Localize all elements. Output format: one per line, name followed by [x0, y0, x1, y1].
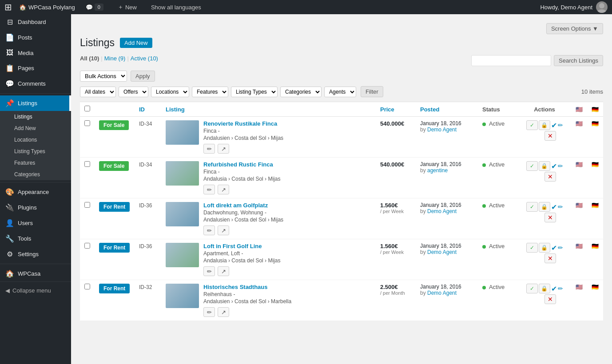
listing-thumbnail — [166, 202, 199, 226]
comments-link[interactable]: 💬 0 — [82, 0, 107, 14]
sidebar-item-listings[interactable]: 📌 Listings — [0, 95, 71, 111]
locations-select[interactable]: Locations — [151, 87, 189, 97]
filter-button[interactable]: Filter — [361, 86, 383, 97]
sidebar-item-comments[interactable]: 💬 Comments — [0, 76, 71, 91]
check-all-checkbox[interactable] — [84, 106, 90, 111]
agents-select[interactable]: Agents — [324, 87, 356, 97]
sidebar-item-users[interactable]: 👤 Users — [0, 215, 71, 231]
edit-icon[interactable]: ✏ — [558, 203, 563, 210]
edit-listing-button[interactable]: ✏ — [203, 266, 215, 276]
row-checkbox[interactable] — [84, 243, 90, 249]
tab-all[interactable]: All (10) — [80, 55, 99, 62]
status-cell: Active — [478, 239, 518, 280]
remove-button[interactable]: ✕ — [544, 131, 556, 141]
submenu-add-new[interactable]: Add New — [0, 123, 71, 134]
lock-button[interactable]: 🔒 — [539, 202, 550, 212]
agent-link[interactable]: Demo Agent — [427, 127, 457, 133]
add-new-button[interactable]: Add New — [120, 38, 152, 48]
flag-en-cell: 🇺🇸 — [571, 239, 587, 280]
approve-button[interactable]: ✓ — [526, 243, 538, 253]
sidebar-item-pages[interactable]: 📋 Pages — [0, 60, 71, 76]
approve-button[interactable]: ✓ — [526, 202, 538, 212]
search-input[interactable] — [471, 55, 551, 66]
submenu-categories[interactable]: Categories — [0, 169, 71, 180]
approve-button[interactable]: ✓ — [526, 120, 538, 130]
listing-details: Historisches Stadthaus Reihenhaus - Anda… — [203, 284, 291, 317]
sidebar-item-dashboard[interactable]: ⊟ Dashboard — [0, 14, 71, 30]
flag-en-cell: 🇺🇸 — [571, 117, 587, 158]
bulk-actions-row: Bulk Actions Apply — [80, 71, 603, 82]
sidebar-item-tools[interactable]: 🔧 Tools — [0, 231, 71, 246]
listing-title[interactable]: Historisches Stadthaus — [203, 284, 291, 290]
tab-mine[interactable]: Mine (9) — [104, 55, 126, 62]
edit-icon[interactable]: ✏ — [558, 244, 563, 251]
agent-link[interactable]: agentine — [427, 167, 448, 174]
all-dates-select[interactable]: All dates — [80, 87, 116, 97]
row-checkbox[interactable] — [84, 202, 90, 208]
edit-listing-button[interactable]: ✏ — [203, 307, 215, 317]
edit-listing-button[interactable]: ✏ — [203, 144, 215, 154]
view-listing-button[interactable]: ↗ — [218, 266, 229, 276]
listing-cell: Loft in First Golf Line Apartment, Loft … — [161, 239, 376, 280]
apply-button[interactable]: Apply — [131, 71, 155, 82]
lock-button[interactable]: 🔒 — [539, 243, 550, 253]
edit-icon[interactable]: ✏ — [558, 285, 563, 292]
row-checkbox[interactable] — [84, 161, 90, 167]
lock-button[interactable]: 🔒 — [539, 120, 550, 130]
approve-button[interactable]: ✓ — [526, 284, 538, 293]
view-listing-button[interactable]: ↗ — [218, 226, 229, 235]
edit-listing-button[interactable]: ✏ — [203, 226, 215, 235]
new-link[interactable]: ＋ New — [114, 0, 140, 14]
submenu-listings[interactable]: Listings — [0, 111, 71, 123]
agent-link[interactable]: Demo Agent — [427, 249, 457, 255]
posted-cell: January 18, 2016 by Demo Agent — [416, 239, 478, 280]
listing-cell: Renovierte Rustikale Finca Finca - Andal… — [161, 117, 376, 158]
screen-options-button[interactable]: Screen Options ▼ — [546, 23, 603, 34]
remove-button[interactable]: ✕ — [544, 172, 556, 182]
agent-link[interactable]: Demo Agent — [427, 208, 457, 214]
show-languages-link[interactable]: Show all languages — [147, 0, 205, 14]
sidebar-item-posts[interactable]: 📄 Posts — [0, 30, 71, 45]
id-cell: ID-32 — [135, 280, 161, 321]
edit-icon[interactable]: ✏ — [558, 162, 563, 170]
listing-title[interactable]: Loft direkt am Golfplatz — [203, 202, 283, 209]
view-listing-button[interactable]: ↗ — [218, 185, 229, 194]
view-listing-button[interactable]: ↗ — [218, 307, 229, 317]
listing-title[interactable]: Renovierte Rustikale Finca — [203, 120, 283, 127]
agent-link[interactable]: Demo Agent — [427, 290, 457, 296]
listing-title[interactable]: Loft in First Golf Line — [203, 243, 280, 249]
remove-button[interactable]: ✕ — [544, 213, 556, 222]
wp-logo[interactable]: ⊞ — [4, 2, 12, 12]
categories-select[interactable]: Categories — [280, 87, 322, 97]
edit-icon[interactable]: ✏ — [558, 122, 563, 129]
offers-select[interactable]: Offers — [119, 87, 148, 97]
listing-types-select[interactable]: Listing Types — [231, 87, 278, 97]
tab-active[interactable]: Active (10) — [131, 55, 158, 62]
view-listing-button[interactable]: ↗ — [218, 144, 229, 154]
listing-title[interactable]: Refurbished Rustic Finca — [203, 161, 280, 168]
sidebar-item-media[interactable]: 🖼 Media — [0, 45, 71, 60]
collapse-menu-button[interactable]: ◀ Collapse menu — [0, 281, 71, 299]
row-checkbox[interactable] — [84, 120, 90, 126]
price-cell: 1.560€ / per Week — [376, 198, 416, 239]
edit-listing-button[interactable]: ✏ — [203, 185, 215, 194]
features-select[interactable]: Features — [192, 87, 228, 97]
listings-table: ID Listing Price Posted Status Actions 🇺… — [80, 102, 603, 321]
remove-button[interactable]: ✕ — [544, 294, 556, 304]
approve-button[interactable]: ✓ — [526, 161, 538, 171]
sidebar-item-appearance[interactable]: 🎨 Appearance — [0, 184, 71, 200]
remove-button[interactable]: ✕ — [544, 253, 556, 263]
search-button[interactable]: Search Listings — [554, 55, 603, 66]
submenu-features[interactable]: Features — [0, 157, 71, 169]
sidebar-item-settings[interactable]: ⚙ Settings — [0, 246, 71, 262]
submenu-locations[interactable]: Locations — [0, 134, 71, 146]
action-row-bottom: ✕ — [533, 294, 556, 304]
bulk-actions-select[interactable]: Bulk Actions — [80, 71, 127, 82]
sidebar-item-plugins[interactable]: 🔌 Plugins — [0, 200, 71, 215]
row-checkbox[interactable] — [84, 284, 90, 289]
lock-button[interactable]: 🔒 — [539, 284, 550, 293]
lock-button[interactable]: 🔒 — [539, 161, 550, 171]
site-name[interactable]: 🏠 WPCasa Polylang — [19, 4, 75, 11]
submenu-listing-types[interactable]: Listing Types — [0, 146, 71, 157]
sidebar-item-wpcasa[interactable]: 🏠 WPCasa — [0, 266, 71, 281]
